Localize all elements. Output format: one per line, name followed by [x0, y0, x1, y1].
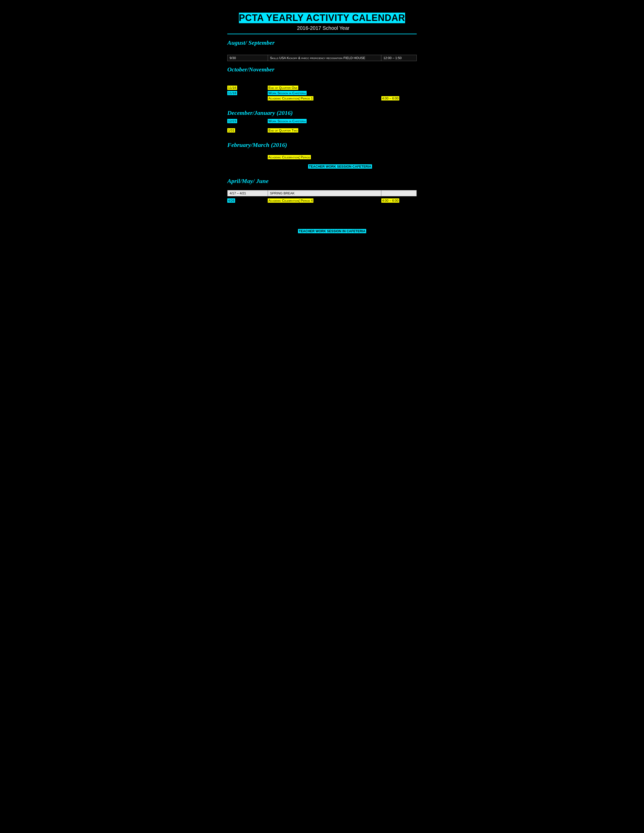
date-highlight: 4/26: [227, 198, 235, 203]
date-cell: 4/17 – 4/21: [227, 190, 268, 196]
time-cell: [382, 190, 417, 196]
time-highlight: 4:00 – 6:00: [382, 198, 399, 203]
table-row-spring-break: 4/17 – 4/21 SPRING BREAK: [227, 190, 417, 196]
section-aug-sep: August/ September: [227, 39, 417, 46]
date-highlight: 12/23: [227, 119, 237, 123]
event-row-1118: 11/18 Work Session in Cafeteria: [227, 91, 417, 95]
table-row: 9/30 Skills USA Kickoff & parcc proficie…: [227, 55, 417, 61]
event-row-426: 4/26 Academic Celebration( Period 4 4:00…: [227, 198, 417, 203]
spring-break-table: 4/17 – 4/21 SPRING BREAK: [227, 190, 417, 196]
section-dec-jan: December/January (2016): [227, 109, 417, 116]
event-row-academic-1: Academic Celebration( Period 1 4:00 – 6:…: [227, 96, 417, 100]
event-desc: End of Quarter One: [268, 85, 382, 90]
desc-highlight: TEACHER WORK SESSION IN CAFETERIA: [298, 229, 366, 233]
event-desc: TEACHER WORK SESSION CAFETERIA: [308, 164, 382, 169]
time-cell: 12:00 – 1:50: [382, 55, 417, 61]
event-row-tws-febmar: TEACHER WORK SESSION CAFETERIA: [227, 164, 417, 169]
event-time: 4:00 – 6:00: [382, 96, 417, 100]
event-desc: TEACHER WORK SESSION IN CAFETERIA: [298, 229, 382, 233]
event-date: 12/23: [227, 119, 268, 123]
desc-highlight: End of Quarter One: [268, 85, 298, 90]
event-row-1223: 12/23 Work Session in Cafeteria: [227, 119, 417, 123]
section-oct-nov: October/November: [227, 66, 417, 73]
title-sub: 2016-2017 School Year: [297, 25, 349, 31]
desc-highlight: Academic Celebration( Period 4: [268, 198, 313, 203]
aug-sep-table: 9/30 Skills USA Kickoff & parcc proficie…: [227, 55, 417, 61]
desc-highlight: TEACHER WORK SESSION CAFETERIA: [308, 164, 372, 169]
title-container: PCTA YEARLY ACTIVITY CALENDAR 2016-2017 …: [227, 13, 417, 34]
event-date: 11/18: [227, 91, 268, 95]
event-date: 11/16: [227, 85, 268, 90]
event-desc: Work Session in Cafeteria: [268, 91, 382, 95]
desc-highlight: Work Session in Cafeteria: [268, 119, 307, 123]
event-row-academic-2: Academic Celebration( Period: [227, 155, 417, 159]
date-highlight: 11/16: [227, 85, 237, 90]
section-feb-mar: February/March (2016): [227, 142, 417, 148]
event-desc: Academic Celebration( Period 4: [268, 198, 382, 203]
desc-highlight: End of Quarter Two: [268, 128, 298, 132]
date-highlight: 11/18: [227, 91, 237, 95]
event-desc: End of Quarter Two: [268, 128, 382, 132]
date-cell: 9/30: [227, 55, 268, 61]
event-time: 4:00 – 6:00: [382, 198, 417, 203]
date-highlight: 1/31: [227, 128, 235, 132]
event-row-1116: 11/16 End of Quarter One: [227, 85, 417, 90]
title-main: PCTA YEARLY ACTIVITY CALENDAR: [239, 13, 405, 23]
page: PCTA YEARLY ACTIVITY CALENDAR 2016-2017 …: [225, 8, 419, 285]
event-date: 1/31: [227, 128, 268, 132]
event-desc: Academic Celebration( Period 1: [268, 96, 382, 100]
event-desc: Work Session in Cafeteria: [268, 119, 382, 123]
desc-highlight: Work Session in Cafeteria: [268, 91, 307, 95]
event-cell: SPRING BREAK: [268, 190, 382, 196]
section-apr-jun: April/May/ June: [227, 178, 417, 185]
event-date: 4/26: [227, 198, 268, 203]
event-desc: Academic Celebration( Period: [268, 155, 382, 159]
event-row-tws-aprjun: TEACHER WORK SESSION IN CAFETERIA: [227, 229, 417, 233]
event-row-131: 1/31 End of Quarter Two: [227, 128, 417, 132]
time-highlight: 4:00 – 6:00: [382, 96, 399, 100]
event-cell: Skills USA Kickoff & parcc proficiency r…: [268, 55, 382, 61]
desc-highlight: Academic Celebration( Period 1: [268, 96, 313, 100]
desc-highlight: Academic Celebration( Period: [268, 155, 311, 159]
